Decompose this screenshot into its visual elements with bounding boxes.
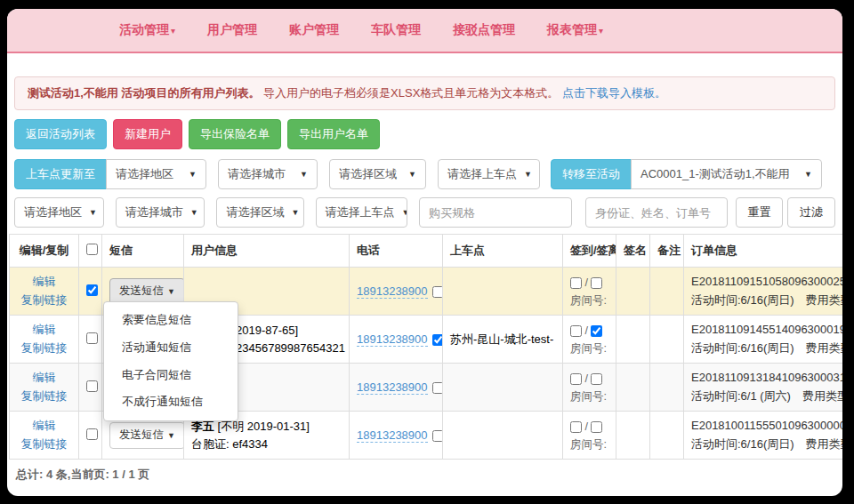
nav-item[interactable]: 车队管理▾ bbox=[371, 22, 421, 38]
new-user-button[interactable]: 新建用户 bbox=[113, 119, 182, 149]
checkout-checkbox[interactable] bbox=[591, 421, 602, 433]
checkin-cell: / 房间号: bbox=[563, 268, 616, 316]
order-time-fee: 活动时间:6/16(周日) 费用类型 bbox=[691, 436, 842, 453]
nav-item[interactable]: 账户管理▾ bbox=[289, 22, 339, 38]
edit-link[interactable]: 编辑 bbox=[17, 321, 71, 339]
checkin-cell: / 房间号: bbox=[563, 316, 616, 364]
nav-item[interactable]: 接驳点管理▾ bbox=[453, 22, 515, 38]
copy-link[interactable]: 复制链接 bbox=[17, 340, 71, 357]
send-sms-button[interactable]: 发送短信▼ bbox=[109, 422, 184, 449]
sign-cell bbox=[616, 364, 650, 412]
nav-item[interactable]: 报表管理▾ bbox=[547, 22, 603, 38]
note-cell bbox=[650, 316, 684, 364]
copy-link[interactable]: 复制链接 bbox=[17, 388, 71, 405]
phone-checkbox[interactable] bbox=[432, 334, 443, 346]
search-filter-row: 请选择地区▼ 请选择城市▼ 请选择区域▼ 请选择上车点▼ 重置 过滤 bbox=[14, 197, 835, 228]
filter-button[interactable]: 过滤 bbox=[787, 197, 835, 228]
phone-link[interactable]: 18913238900 bbox=[357, 380, 428, 395]
row-select-cell bbox=[79, 412, 102, 460]
transfer-group: 转移至活动 AC0001_1-测试活动1,不能用▼ bbox=[551, 159, 822, 189]
row-checkbox[interactable] bbox=[86, 428, 98, 440]
pickup-select-1[interactable]: 请选择上车点▼ bbox=[438, 159, 540, 189]
row-checkbox[interactable] bbox=[86, 284, 98, 296]
checkin-checkbox[interactable] bbox=[570, 277, 582, 289]
sign-cell bbox=[616, 268, 650, 316]
chevron-down-icon: ▼ bbox=[524, 170, 532, 179]
sms-menu-item[interactable]: 活动通知短信 bbox=[104, 334, 238, 362]
phone-link[interactable]: 18913238900 bbox=[357, 284, 428, 299]
download-template-link[interactable]: 点击下载导入模板。 bbox=[562, 86, 666, 100]
alert-text: 导入用户的电子档必须是XLSX格式且单元格为文本格式。 bbox=[263, 86, 559, 100]
row-checkbox[interactable] bbox=[86, 380, 98, 392]
checkout-checkbox[interactable] bbox=[591, 373, 602, 385]
pickup-cell bbox=[443, 268, 563, 316]
checkin-checkbox[interactable] bbox=[570, 325, 582, 337]
reset-button[interactable]: 重置 bbox=[736, 197, 783, 228]
checkin-checkbox[interactable] bbox=[570, 421, 582, 433]
header-pickup: 上车点 bbox=[443, 235, 563, 268]
table-header-row: 编辑/复制 短信 用户信息 电话 上车点 签到/签离 签名 备注 订单信息 bbox=[10, 235, 843, 268]
search-input[interactable] bbox=[585, 197, 728, 228]
order-info-cell: E20181109131841096300031 活动时间:6/1 (周六) 费… bbox=[684, 364, 843, 412]
sms-menu-item[interactable]: 电子合同短信 bbox=[104, 362, 238, 389]
checkout-checkbox[interactable] bbox=[591, 277, 602, 289]
room-number-label: 房间号: bbox=[570, 340, 608, 357]
phone-checkbox[interactable] bbox=[432, 286, 443, 298]
chevron-down-icon: ▼ bbox=[167, 287, 175, 296]
row-checkbox[interactable] bbox=[86, 332, 98, 344]
checkin-cell: / 房间号: bbox=[563, 364, 616, 412]
city-select-1[interactable]: 请选择城市▼ bbox=[218, 159, 318, 189]
phone-checkbox[interactable] bbox=[432, 430, 443, 442]
phone-link[interactable]: 18913238900 bbox=[357, 332, 428, 347]
back-to-activities-button[interactable]: 返回活动列表 bbox=[14, 119, 107, 149]
chevron-down-icon: ▾ bbox=[599, 26, 603, 36]
pickup-cell bbox=[443, 364, 563, 412]
room-number-label: 房间号: bbox=[570, 436, 608, 453]
phone-cell: 18913238900 bbox=[350, 316, 443, 364]
order-time-fee: 活动时间:6/16(周日) 费用类型 bbox=[691, 292, 842, 309]
phone-cell: 18913238900 bbox=[350, 364, 443, 412]
export-insurance-button[interactable]: 导出保险名单 bbox=[189, 119, 281, 149]
user-detail: [不明 2019-01-31] bbox=[214, 420, 310, 433]
phone-checkbox[interactable] bbox=[432, 382, 443, 394]
edit-link[interactable]: 编辑 bbox=[17, 369, 71, 387]
row-select-cell bbox=[79, 268, 102, 316]
district-select-2[interactable]: 请选择区域▼ bbox=[216, 197, 303, 228]
activity-select[interactable]: AC0001_1-测试活动1,不能用▼ bbox=[631, 159, 822, 189]
edit-copy-cell: 编辑 复制链接 bbox=[10, 268, 79, 316]
pickup-update-group: 上车点更新至 请选择地区▼ bbox=[14, 159, 206, 189]
sms-menu-item[interactable]: 不成行通知短信 bbox=[104, 388, 238, 416]
checkout-checkbox[interactable] bbox=[591, 325, 602, 337]
export-users-button[interactable]: 导出用户名单 bbox=[287, 119, 380, 149]
sms-menu-item[interactable]: 索要信息短信 bbox=[104, 307, 238, 334]
edit-link[interactable]: 编辑 bbox=[17, 417, 71, 435]
edit-link[interactable]: 编辑 bbox=[17, 273, 71, 291]
row-select-cell bbox=[79, 316, 102, 364]
send-sms-button[interactable]: 发送短信▼ bbox=[109, 278, 184, 305]
district-select-1[interactable]: 请选择区域▼ bbox=[329, 159, 426, 189]
update-pickup-button[interactable]: 上车点更新至 bbox=[14, 159, 107, 189]
header-sms: 短信 bbox=[102, 235, 184, 268]
header-order-info: 订单信息 bbox=[684, 235, 843, 268]
chevron-down-icon: ▼ bbox=[190, 208, 198, 217]
phone-cell: 18913238900 bbox=[350, 268, 443, 316]
city-select-2[interactable]: 请选择城市▼ bbox=[116, 197, 205, 228]
nav-item[interactable]: 活动管理▾ bbox=[119, 22, 175, 38]
region-select-2[interactable]: 请选择地区▼ bbox=[14, 197, 104, 228]
phone-link[interactable]: 18913238900 bbox=[357, 428, 428, 443]
checkin-checkbox[interactable] bbox=[570, 373, 582, 385]
header-edit-copy: 编辑/复制 bbox=[10, 235, 79, 268]
copy-link[interactable]: 复制链接 bbox=[17, 436, 71, 453]
edit-copy-cell: 编辑 复制链接 bbox=[10, 316, 79, 364]
top-nav: 活动管理▾ 用户管理▾ 账户管理▾ 车队管理▾ 接驳点管理▾ 报表管理▾ bbox=[7, 9, 842, 53]
pickup-select-2[interactable]: 请选择上车点▼ bbox=[316, 197, 407, 228]
copy-link[interactable]: 复制链接 bbox=[17, 292, 71, 309]
region-select-1[interactable]: 请选择地区▼ bbox=[106, 159, 206, 189]
chevron-down-icon: ▼ bbox=[402, 208, 407, 217]
nav-item[interactable]: 用户管理▾ bbox=[207, 22, 257, 38]
transfer-activity-button[interactable]: 转移至活动 bbox=[551, 159, 632, 189]
header-phone: 电话 bbox=[350, 235, 443, 268]
spec-input[interactable] bbox=[419, 197, 572, 228]
chevron-down-icon: ▾ bbox=[171, 26, 175, 36]
select-all-checkbox[interactable] bbox=[86, 244, 98, 255]
